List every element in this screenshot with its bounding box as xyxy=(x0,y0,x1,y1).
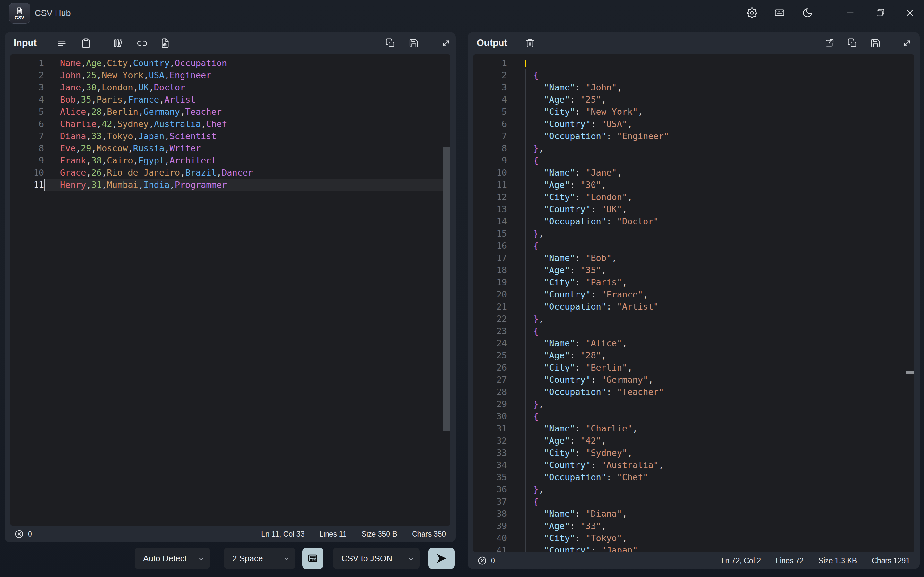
input-code-editor[interactable]: 1Name,Age,City,Country,Occupation2John,2… xyxy=(10,55,451,526)
settings-icon xyxy=(746,7,758,18)
convert-button[interactable] xyxy=(428,548,455,569)
code-line: 1Name,Age,City,Country,Occupation xyxy=(10,57,451,69)
code-line: 6Charlie,42,Sydney,Australia,Chef xyxy=(10,118,451,130)
code-line: 35 "Occupation": "Chef" xyxy=(473,471,914,484)
code-line: 40 "City": "Tokyo", xyxy=(473,532,914,544)
sample-lines-icon xyxy=(57,38,67,48)
code-line: 32 "Age": "42", xyxy=(473,435,914,447)
send-arrow-icon xyxy=(435,552,447,564)
code-line: 3Jane,30,London,UK,Doctor xyxy=(10,81,451,93)
conversion-select[interactable]: CSV to JSON xyxy=(333,548,420,569)
toolbar-divider xyxy=(102,39,102,49)
copy-icon xyxy=(385,38,396,48)
window-title: CSV Hub xyxy=(35,8,71,18)
keyboard-icon xyxy=(774,7,785,18)
indent-guide xyxy=(525,69,525,552)
code-line: 20 "Country": "France", xyxy=(473,288,914,301)
code-line: 9Frank,38,Cairo,Egypt,Architect xyxy=(10,155,451,167)
share-icon xyxy=(824,38,834,48)
indent-select[interactable]: 2 Space xyxy=(224,548,295,569)
code-line: 26 "City": "Berlin", xyxy=(473,362,914,374)
conversion-select-value: CSV to JSON xyxy=(341,554,393,564)
table-view-button[interactable] xyxy=(302,548,323,569)
output-size: Size 1.3 KB xyxy=(819,556,857,565)
open-file-button[interactable] xyxy=(156,34,174,52)
code-line: 25 "Age": "28", xyxy=(473,350,914,362)
library-button[interactable] xyxy=(109,34,127,52)
code-line: 27 "Country": "Germany", xyxy=(473,374,914,386)
link-icon xyxy=(137,38,147,48)
code-line: 13 "Country": "UK", xyxy=(473,203,914,215)
input-char-count: Chars 350 xyxy=(412,530,446,538)
save-icon xyxy=(871,38,881,48)
close-button[interactable] xyxy=(901,4,919,22)
code-line: 10Grace,26,Rio de Janeiro,Brazil,Dancer xyxy=(10,167,451,179)
output-status-bar: 0 Ln 72, Col 2 Lines 72 Size 1.3 KB Char… xyxy=(468,552,919,569)
output-panel-header: Output xyxy=(468,32,919,55)
minimize-button[interactable] xyxy=(841,4,859,22)
code-line: 34 "Country": "Australia", xyxy=(473,459,914,471)
save-input-button[interactable] xyxy=(405,34,423,52)
error-count-icon xyxy=(15,529,24,539)
code-line: 11 "Age": "30", xyxy=(473,179,914,191)
output-panel: Output xyxy=(468,32,919,569)
copy-input-button[interactable] xyxy=(381,34,399,52)
app-icon-label: CSV xyxy=(15,15,24,20)
code-line: 19 "City": "Paris", xyxy=(473,276,914,288)
csv-document-icon xyxy=(15,7,24,15)
toolbar-divider xyxy=(430,39,430,49)
paste-button[interactable] xyxy=(77,34,95,52)
output-error-count: 0 xyxy=(491,556,495,565)
code-line: 8Eve,29,Moscow,Russia,Writer xyxy=(10,142,451,155)
code-line: 5 "City": "New York", xyxy=(473,106,914,118)
title-bar: CSV CSV Hub xyxy=(0,0,924,32)
output-cursor-position: Ln 72, Col 2 xyxy=(721,556,761,565)
clear-output-button[interactable] xyxy=(521,34,539,52)
code-line: 15 }, xyxy=(473,227,914,240)
code-line: 8 }, xyxy=(473,142,914,155)
code-line: 41 "Country": "Japan", xyxy=(473,544,914,552)
toolbar-divider xyxy=(891,39,891,49)
code-line: 28 "Occupation": "Teacher" xyxy=(473,386,914,398)
code-line: 38 "Name": "Diana", xyxy=(473,508,914,520)
copy-icon xyxy=(847,38,858,48)
keyboard-button[interactable] xyxy=(771,4,788,22)
input-scrollbar-thumb[interactable] xyxy=(443,147,451,431)
mode-select[interactable]: Auto Detect xyxy=(135,548,210,569)
close-icon xyxy=(905,7,915,18)
link-button[interactable] xyxy=(133,34,151,52)
theme-toggle-button[interactable] xyxy=(798,4,817,22)
maximize-button[interactable] xyxy=(871,4,889,22)
code-line: 39 "Age": "33", xyxy=(473,520,914,532)
table-form-icon xyxy=(306,552,319,565)
code-line: 4 "Age": "25", xyxy=(473,93,914,106)
code-line: 10 "Name": "Jane", xyxy=(473,167,914,179)
output-scrollbar-handle[interactable] xyxy=(906,371,914,374)
input-line-count: Lines 11 xyxy=(319,530,347,538)
chevron-down-icon xyxy=(407,555,415,565)
output-line-count: Lines 72 xyxy=(776,556,804,565)
code-line: 5Alice,28,Berlin,Germany,Teacher xyxy=(10,106,451,118)
expand-input-button[interactable] xyxy=(437,34,455,52)
indent-select-value: 2 Space xyxy=(232,554,263,564)
expand-output-button[interactable] xyxy=(898,34,916,52)
save-icon xyxy=(409,38,419,48)
code-line: 22 }, xyxy=(473,313,914,325)
code-line: 2 { xyxy=(473,69,914,81)
code-line: 2John,25,New York,USA,Engineer xyxy=(10,69,451,81)
code-line: 29 }, xyxy=(473,398,914,410)
code-line: 14 "Occupation": "Doctor" xyxy=(473,215,914,227)
code-line: 23 { xyxy=(473,325,914,337)
copy-output-button[interactable] xyxy=(843,34,861,52)
save-output-button[interactable] xyxy=(867,34,885,52)
load-sample-button[interactable] xyxy=(53,34,71,52)
output-code-editor[interactable]: 1[2 {3 "Name": "John",4 "Age": "25",5 "C… xyxy=(473,55,914,552)
code-line: 21 "Occupation": "Artist" xyxy=(473,301,914,313)
code-line: 1[ xyxy=(473,57,914,69)
code-line: 36 }, xyxy=(473,484,914,496)
chevron-down-icon xyxy=(198,555,205,565)
input-panel-header: Input xyxy=(5,32,456,55)
share-output-button[interactable] xyxy=(820,34,838,52)
settings-button[interactable] xyxy=(743,4,761,22)
chevron-down-icon xyxy=(283,555,290,565)
